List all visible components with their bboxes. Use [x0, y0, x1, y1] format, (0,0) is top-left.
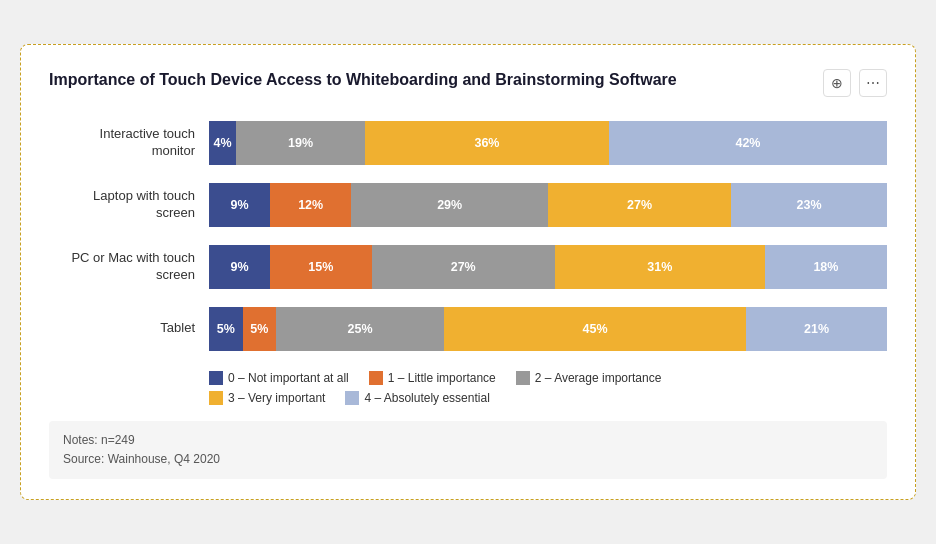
- card-actions: ⊕ ⋯: [823, 69, 887, 97]
- notes-line2: Source: Wainhouse, Q4 2020: [63, 450, 873, 469]
- legend-item: 1 – Little importance: [369, 371, 496, 385]
- card-header: Importance of Touch Device Access to Whi…: [49, 69, 887, 97]
- chart-title: Importance of Touch Device Access to Whi…: [49, 69, 677, 91]
- legend-item: 4 – Absolutely essential: [345, 391, 489, 405]
- row-label: Tablet: [49, 320, 209, 337]
- bar-segment: 45%: [444, 307, 746, 351]
- bar-segment: 21%: [746, 307, 887, 351]
- chart-row: Laptop with touch screen9%12%29%27%23%: [49, 183, 887, 227]
- chart-row: Tablet5%5%25%45%21%: [49, 307, 887, 351]
- bar-segment: 4%: [209, 121, 236, 165]
- bar-segment: 42%: [609, 121, 887, 165]
- legend-label: 1 – Little importance: [388, 371, 496, 385]
- row-label: PC or Mac with touch screen: [49, 250, 209, 284]
- chart-legend: 0 – Not important at all1 – Little impor…: [209, 371, 887, 405]
- more-button[interactable]: ⋯: [859, 69, 887, 97]
- chart-row: Interactive touch monitor4%19%36%42%: [49, 121, 887, 165]
- legend-swatch: [345, 391, 359, 405]
- chart-area: Interactive touch monitor4%19%36%42%Lapt…: [49, 121, 887, 351]
- bar-segment: 27%: [372, 245, 555, 289]
- chart-notes: Notes: n=249 Source: Wainhouse, Q4 2020: [49, 421, 887, 479]
- bar-segment: 5%: [243, 307, 277, 351]
- bar-segment: 9%: [209, 183, 270, 227]
- bar-segment: 36%: [365, 121, 609, 165]
- legend-swatch: [209, 371, 223, 385]
- chart-row: PC or Mac with touch screen9%15%27%31%18…: [49, 245, 887, 289]
- bar-segment: 12%: [270, 183, 351, 227]
- bar-segment: 31%: [555, 245, 765, 289]
- legend-label: 0 – Not important at all: [228, 371, 349, 385]
- bar-segment: 29%: [351, 183, 548, 227]
- legend-swatch: [516, 371, 530, 385]
- notes-line1: Notes: n=249: [63, 431, 873, 450]
- bar-segment: 9%: [209, 245, 270, 289]
- legend-item: 3 – Very important: [209, 391, 325, 405]
- bar-segment: 19%: [236, 121, 365, 165]
- legend-swatch: [369, 371, 383, 385]
- bar-container: 4%19%36%42%: [209, 121, 887, 165]
- legend-item: 0 – Not important at all: [209, 371, 349, 385]
- bar-segment: 15%: [270, 245, 372, 289]
- row-label: Laptop with touch screen: [49, 188, 209, 222]
- legend-label: 2 – Average importance: [535, 371, 662, 385]
- bar-container: 9%12%29%27%23%: [209, 183, 887, 227]
- bar-container: 5%5%25%45%21%: [209, 307, 887, 351]
- zoom-button[interactable]: ⊕: [823, 69, 851, 97]
- bar-segment: 18%: [765, 245, 887, 289]
- legend-swatch: [209, 391, 223, 405]
- legend-label: 4 – Absolutely essential: [364, 391, 489, 405]
- legend-item: 2 – Average importance: [516, 371, 662, 385]
- bar-segment: 27%: [548, 183, 731, 227]
- chart-card: Importance of Touch Device Access to Whi…: [20, 44, 916, 500]
- bar-container: 9%15%27%31%18%: [209, 245, 887, 289]
- bar-segment: 23%: [731, 183, 887, 227]
- bar-segment: 25%: [276, 307, 444, 351]
- legend-label: 3 – Very important: [228, 391, 325, 405]
- bar-segment: 5%: [209, 307, 243, 351]
- row-label: Interactive touch monitor: [49, 126, 209, 160]
